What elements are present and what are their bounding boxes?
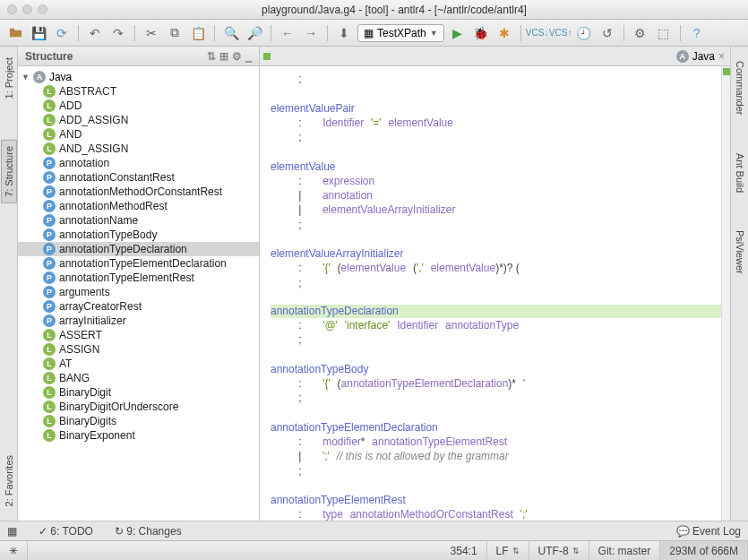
tool-tab-changes[interactable]: ↻ 9: Changes [115,525,182,538]
tool-tab-ant[interactable]: Ant Build [733,148,747,198]
tree-item-label: AND_ASSIGN [59,142,128,155]
marker-bar[interactable] [721,66,730,521]
tree-item[interactable]: LAND_ASSIGN [18,142,259,156]
revert-icon[interactable]: ↺ [598,23,617,43]
paste-icon[interactable]: 📋 [188,23,208,43]
tool-tab-event-log[interactable]: 💬 Event Log [676,525,741,538]
tree-item[interactable]: LADD [18,99,259,113]
panel-tools: ⇅ ⊞ ⚙ ⎯ [207,50,252,63]
lexer-rule-icon: L [43,114,56,126]
tree-item[interactable]: LABSTRACT [18,84,259,99]
project-structure-icon[interactable]: ⬚ [654,23,674,43]
encoding[interactable]: UTF-8 ⇅ [529,541,589,560]
tree-item[interactable]: PannotationTypeElementDeclaration [18,256,259,271]
close-tab-icon[interactable]: × [718,50,725,63]
tree-item[interactable]: LBinaryDigit [18,385,259,400]
gear-icon[interactable]: ⚙ [232,50,242,63]
tree-item[interactable]: PannotationConstantRest [18,170,259,185]
tree-item[interactable]: LAT [18,357,259,371]
minimize-icon[interactable] [22,4,32,14]
tree-item-label: annotationTypeElementDeclaration [59,257,227,270]
editor-tab-bar: A Java × [260,47,730,66]
history-icon[interactable]: 🕘 [574,23,594,43]
run-config-label: TestXPath [377,27,426,39]
line-separator[interactable]: LF ⇅ [487,541,529,560]
memory-indicator[interactable]: 293M of 666M [660,541,748,560]
tree-item[interactable]: PannotationName [18,213,259,228]
tree-item[interactable]: Pannotation [18,156,259,170]
tool-tab-structure[interactable]: 7: Structure [1,140,17,203]
close-icon[interactable] [7,4,17,14]
lexer-rule-icon: L [43,85,56,98]
tree-root[interactable]: ▼ A Java [18,70,259,84]
lexer-rule-icon: L [43,142,56,155]
root-label: Java [49,71,72,83]
zoom-in-icon[interactable]: 🔍 [221,23,241,43]
tool-tab-commander[interactable]: Commander [733,56,747,121]
right-tool-gutter: Commander Ant Build PsiViewer [730,47,748,521]
tree-item[interactable]: ParrayInitializer [18,314,259,328]
parser-rule-icon: P [43,314,56,327]
left-tool-gutter: 1: Project 7: Structure 2: Favorites [0,47,18,521]
tree-item[interactable]: PannotationTypeElementRest [18,271,259,285]
tree-item-label: annotationMethodOrConstantRest [59,185,222,198]
tree-item[interactable]: PannotationMethodOrConstantRest [18,185,259,199]
tool-tab-todo[interactable]: ✓ 6: TODO [39,525,93,538]
caret-position[interactable]: 354:1 [442,541,487,560]
tree-item[interactable]: LBANG [18,371,259,385]
tree-item[interactable]: LBinaryDigitOrUnderscore [18,400,259,414]
tree-item-label: annotation [59,157,109,169]
tree-item[interactable]: LADD_ASSIGN [18,113,259,127]
tree-item-label: annotationTypeDeclaration [59,243,187,255]
expand-icon[interactable]: ⊞ [219,50,228,63]
tree-item[interactable]: PannotationTypeBody [18,228,259,242]
help-icon[interactable]: ? [687,23,707,43]
tree-item-label: AT [59,358,72,370]
back-icon[interactable]: ← [278,23,297,43]
tool-tab-project[interactable]: 1: Project [2,52,16,104]
redo-icon[interactable]: ↷ [108,23,128,43]
vcs-branch[interactable]: Git: master [589,541,661,560]
hide-icon[interactable]: ⎯ [245,50,252,63]
tree-item[interactable]: LBinaryDigits [18,414,259,428]
status-bar: ✳ 354:1 LF ⇅ UTF-8 ⇅ Git: master 293M of… [0,540,748,560]
cut-icon[interactable]: ✂ [142,23,161,43]
lexer-rule-icon: L [43,415,56,427]
run-icon[interactable]: ▶ [448,23,468,43]
save-icon[interactable]: 💾 [29,23,48,43]
run-config-dropdown[interactable]: ▦ TestXPath ▼ [357,24,444,42]
tree-item[interactable]: ParrayCreatorRest [18,299,259,314]
tree-item[interactable]: Parguments [18,285,259,299]
sync-icon[interactable]: ⟳ [52,23,72,43]
tree-item[interactable]: LBinaryExponent [18,428,259,443]
copy-icon[interactable]: ⧉ [165,23,185,43]
tree-item[interactable]: PannotationMethodRest [18,199,259,213]
undo-icon[interactable]: ↶ [85,23,105,43]
tree-item[interactable]: PannotationTypeDeclaration [18,242,259,256]
coverage-icon[interactable]: ✱ [494,23,514,43]
tree-item[interactable]: LASSIGN [18,342,259,357]
parser-rule-icon: P [43,214,56,227]
build-icon[interactable]: ⬇ [334,23,354,43]
zoom-icon[interactable] [38,4,47,14]
tool-tab-favorites[interactable]: 2: Favorites [2,450,16,512]
debug-icon[interactable]: 🐞 [471,23,491,43]
forward-icon[interactable]: → [301,23,321,43]
open-icon[interactable] [5,23,25,43]
tree-item[interactable]: LAND [18,127,259,142]
sort-icon[interactable]: ⇅ [207,50,216,63]
zoom-out-icon[interactable]: 🔎 [245,23,264,43]
tree-item[interactable]: LASSERT [18,328,259,342]
chevron-down-icon: ▼ [430,29,438,38]
vcs-update-icon[interactable]: VCS↓ [528,23,547,43]
tool-tab-psi[interactable]: PsiViewer [733,225,747,280]
editor-tab-label[interactable]: Java [692,50,715,63]
expand-toggle-icon[interactable]: ▼ [21,73,30,82]
structure-tree[interactable]: ▼ A Java LABSTRACTLADDLADD_ASSIGNLANDLAN… [18,66,259,521]
vcs-commit-icon[interactable]: VCS↑ [551,23,571,43]
settings-icon[interactable]: ⚙ [631,23,650,43]
code-content[interactable]: ; elementValuePair : Identifier '=' elem… [260,66,730,521]
editor-body[interactable]: ; elementValuePair : Identifier '=' elem… [260,66,730,521]
parser-rule-icon: P [43,228,56,241]
window-icon[interactable]: ▦ [7,525,17,538]
